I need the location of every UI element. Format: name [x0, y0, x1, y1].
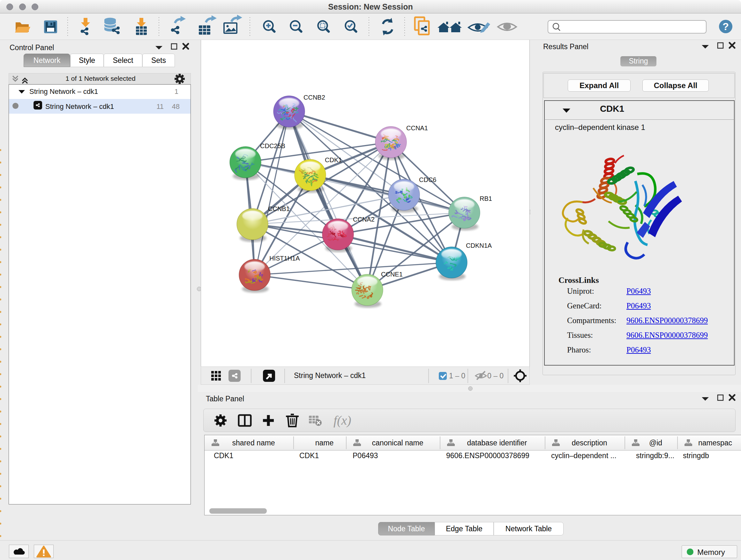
svg-text:canonical name: canonical name: [372, 439, 423, 447]
svg-text:?: ?: [723, 21, 729, 32]
svg-text:database identifier: database identifier: [467, 439, 527, 447]
svg-text:name: name: [315, 439, 334, 447]
svg-text:namespac: namespac: [698, 439, 732, 447]
svg-text:shared name: shared name: [232, 439, 275, 447]
svg-text:@id: @id: [649, 439, 662, 447]
svg-text:f(x): f(x): [333, 413, 351, 428]
svg-text:description: description: [571, 439, 607, 447]
